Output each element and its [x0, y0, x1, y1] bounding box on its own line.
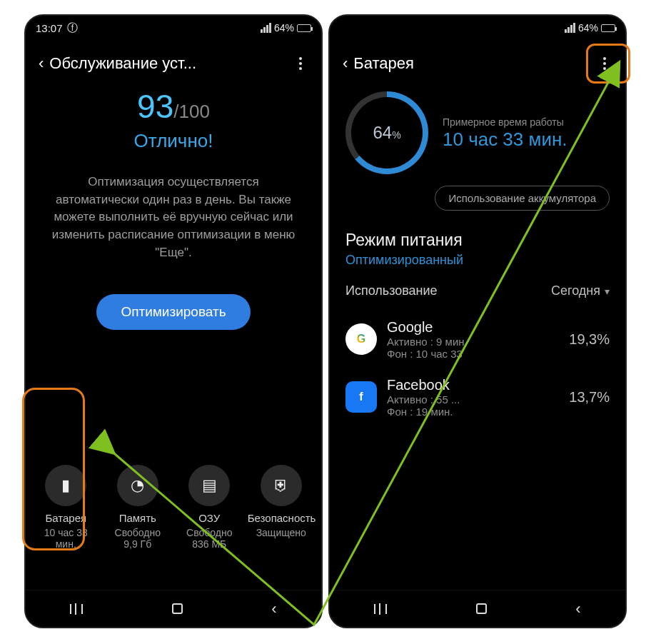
- chevron-down-icon: ▾: [605, 286, 610, 297]
- app-header: ‹ Обслуживание уст...: [26, 40, 321, 87]
- tile-sub2: мин.: [32, 538, 99, 550]
- score-status: Отлично!: [26, 130, 321, 152]
- est-time-caption: Примерное время работы: [443, 116, 610, 128]
- app-name: Facebook: [387, 377, 559, 393]
- optimize-button[interactable]: Оптимизировать: [96, 294, 250, 330]
- page-title: Батарея: [353, 54, 591, 73]
- status-battery-pct: 64%: [578, 22, 598, 34]
- app-name: Google: [387, 319, 559, 336]
- facebook-icon: f: [345, 381, 377, 413]
- power-mode-value: Оптимизированный: [345, 253, 610, 268]
- battery-usage-button[interactable]: Использование аккумулятора: [435, 186, 610, 211]
- ram-tile-icon: ▤: [188, 465, 230, 506]
- tile-sub1: Свободно: [104, 527, 171, 538]
- back-button[interactable]: ‹: [337, 54, 353, 73]
- tile-battery[interactable]: ▮ Батарея 10 час 33 мин.: [32, 465, 99, 550]
- nav-bar: ‹: [330, 590, 625, 627]
- device-score: 93/100: [26, 87, 321, 126]
- storage-tile-icon: ◔: [117, 465, 158, 506]
- score-value: 93: [137, 88, 173, 125]
- tile-ram[interactable]: ▤ ОЗУ Свободно 836 МБ: [176, 465, 243, 550]
- more-menu-button[interactable]: [591, 50, 618, 77]
- app-active: Активно : 55 ...: [387, 393, 559, 406]
- app-usage-row[interactable]: G Google Активно : 9 мин. Фон : 10 час 3…: [330, 311, 625, 368]
- app-usage-row[interactable]: f Facebook Активно : 55 ... Фон : 19 мин…: [330, 368, 625, 426]
- tile-sub1: Свободно: [176, 527, 243, 538]
- tile-sub2: 9,9 Гб: [104, 538, 171, 550]
- battery-icon: [601, 24, 615, 32]
- tile-label: Безопасность: [248, 512, 315, 524]
- app-header: ‹ Батарея: [330, 40, 625, 87]
- ring-percent: 64: [373, 123, 392, 142]
- app-pct: 19,3%: [569, 331, 610, 348]
- tile-security[interactable]: ⛨ Безопасность Защищено: [248, 465, 315, 550]
- tile-sub1: Защищено: [248, 527, 315, 538]
- page-title: Обслуживание уст...: [49, 54, 287, 73]
- nav-bar: ‹: [26, 590, 321, 627]
- phone-left: 13:07 ⓕ 64% ‹ Обслуживание уст... 93/100…: [24, 14, 323, 628]
- tile-sub1: 10 час 33: [32, 527, 99, 538]
- nav-back[interactable]: ‹: [575, 600, 580, 618]
- signal-icon: [261, 23, 271, 33]
- nav-recent[interactable]: [70, 604, 83, 614]
- battery-ring: 64%: [345, 91, 428, 174]
- power-mode-title: Режим питания: [345, 231, 610, 250]
- nav-home[interactable]: [172, 603, 183, 614]
- app-bg: Фон : 19 мин.: [387, 406, 559, 418]
- shield-icon: ⛨: [261, 465, 302, 506]
- battery-tile-icon: ▮: [45, 465, 86, 506]
- phone-right: 64% ‹ Батарея 64% Примерное время работы…: [328, 14, 627, 628]
- app-bg: Фон : 10 час 33: [387, 348, 559, 360]
- fb-notif-icon: ⓕ: [67, 21, 78, 35]
- status-bar: 64%: [330, 16, 625, 40]
- tile-label: Батарея: [32, 512, 99, 524]
- nav-back[interactable]: ‹: [271, 600, 276, 618]
- back-button[interactable]: ‹: [33, 54, 49, 73]
- category-tiles: ▮ Батарея 10 час 33 мин. ◔ Память Свобод…: [26, 465, 321, 550]
- ring-suffix: %: [392, 129, 400, 141]
- tile-sub2: 836 МБ: [176, 538, 243, 550]
- battery-summary: 64% Примерное время работы 10 час 33 мин…: [330, 87, 625, 174]
- usage-label: Использование: [345, 283, 438, 299]
- est-time-value: 10 час 33 мин.: [443, 129, 610, 150]
- status-battery-pct: 64%: [274, 22, 294, 34]
- app-active: Активно : 9 мин.: [387, 336, 559, 348]
- nav-recent[interactable]: [374, 604, 387, 614]
- google-icon: G: [345, 323, 377, 355]
- status-time: 13:07: [36, 22, 63, 34]
- more-menu-button[interactable]: [287, 50, 314, 77]
- optimization-desc: Оптимизация осуществляется автоматически…: [26, 173, 321, 261]
- usage-period: Сегодня: [551, 283, 600, 298]
- usage-period-row[interactable]: Использование Сегодня▾: [330, 272, 625, 311]
- tile-label: Память: [104, 512, 171, 524]
- app-pct: 13,7%: [569, 389, 610, 406]
- power-mode-section[interactable]: Режим питания Оптимизированный: [330, 215, 625, 272]
- nav-home[interactable]: [476, 603, 487, 614]
- tile-label: ОЗУ: [176, 512, 243, 524]
- status-bar: 13:07 ⓕ 64%: [26, 16, 321, 40]
- battery-icon: [297, 24, 311, 32]
- signal-icon: [565, 23, 575, 33]
- score-max: /100: [173, 101, 210, 122]
- tile-storage[interactable]: ◔ Память Свободно 9,9 Гб: [104, 465, 171, 550]
